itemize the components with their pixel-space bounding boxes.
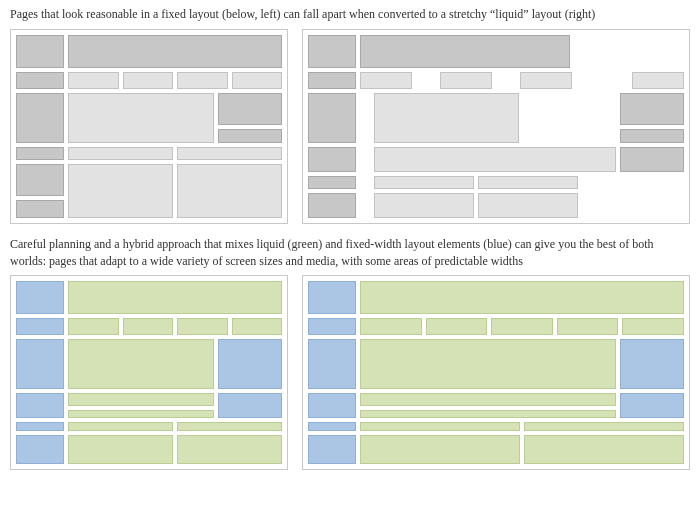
panel-fixed-grey [10, 29, 288, 224]
panel-liquid-grey [302, 29, 690, 224]
top-row [10, 29, 690, 224]
caption-top: Pages that look reasonable in a fixed la… [10, 6, 690, 23]
bottom-row [10, 275, 690, 470]
panel-hybrid-narrow [10, 275, 288, 470]
caption-bottom: Careful planning and a hybrid approach t… [10, 236, 690, 270]
panel-hybrid-wide [302, 275, 690, 470]
